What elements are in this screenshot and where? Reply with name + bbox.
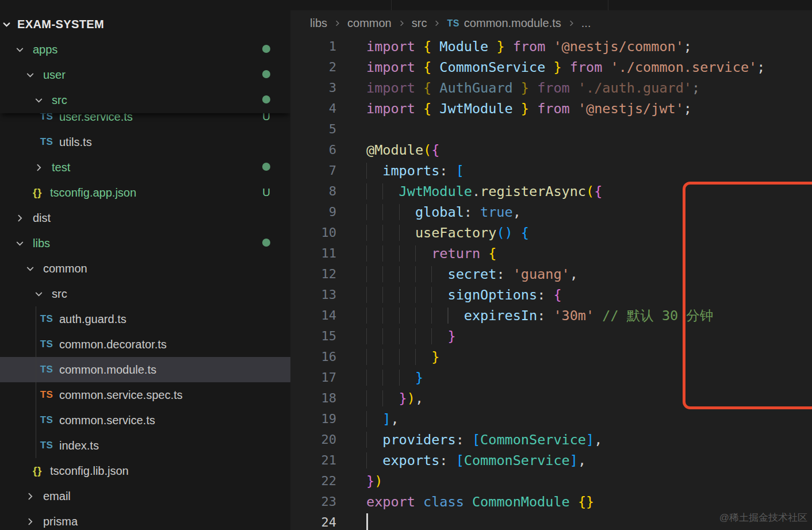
breadcrumb-item-libs[interactable]: libs [310, 17, 327, 30]
code-line-content[interactable]: import { JwtModule } from '@nestjs/jwt'; [366, 98, 692, 119]
code-line-16: 16 } [290, 347, 812, 367]
tree-item-tsconfig.app.json[interactable]: {}tsconfig.app.jsonU [0, 180, 290, 205]
tree-item-tsconfig.lib.json[interactable]: {}tsconfig.lib.json [0, 458, 290, 483]
code-line-content[interactable]: providers: [CommonService], [366, 429, 602, 450]
code-line-content[interactable]: }) [366, 471, 382, 491]
editor-tab-3[interactable] [608, 0, 812, 10]
tree-item-index.ts[interactable]: TSindex.ts [0, 433, 290, 458]
code-line-content[interactable]: secret: 'guang', [366, 264, 578, 285]
breadcrumb-separator-icon [567, 19, 576, 28]
tree-item-exam-system[interactable]: EXAM-SYSTEM [0, 11, 290, 37]
line-number: 13 [290, 285, 339, 305]
tree-sticky-headers: EXAM-SYSTEMappsusersrc [0, 0, 290, 113]
tree-item-common[interactable]: common [0, 256, 290, 281]
tree-item-label: auth.guard.ts [59, 313, 127, 326]
code-line-content[interactable]: global: true, [366, 202, 521, 222]
chevron-down-icon [25, 70, 35, 80]
breadcrumb-separator-icon [432, 19, 441, 28]
tree-item-label: common.decorator.ts [59, 338, 167, 351]
file-explorer-sidebar: TSuser.service.tsUTSutils.tstest{}tsconf… [0, 0, 290, 530]
line-number: 3 [290, 78, 339, 98]
git-modified-dot [259, 237, 273, 249]
tree-item-test[interactable]: test [0, 155, 290, 180]
tree-item-src[interactable]: src [0, 87, 290, 113]
breadcrumb-item-src[interactable]: src [412, 17, 427, 30]
code-line-23: 23export class CommonModule {} [290, 491, 812, 512]
chevron-down-icon [25, 263, 35, 274]
tree-item-user[interactable]: user [0, 62, 290, 87]
line-number: 15 [290, 326, 339, 347]
tree-item-common.decorator.ts[interactable]: TScommon.decorator.ts [0, 332, 290, 357]
code-line-content[interactable]: useFactory() { [366, 222, 529, 243]
code-line-18: 18 }), [290, 388, 812, 409]
tree-item-common.service.ts[interactable]: TScommon.service.ts [0, 408, 290, 433]
line-number: 7 [290, 160, 339, 181]
code-line-5: 5 [290, 119, 812, 140]
code-line-7: 7 imports: [ [290, 160, 812, 181]
chevron-down-icon [14, 44, 25, 55]
typescript-file-icon: TS [39, 313, 54, 325]
breadcrumb-item-common.module.ts[interactable]: common.module.ts [464, 17, 561, 30]
line-number: 22 [290, 471, 339, 491]
code-line-content[interactable]: export class CommonModule {} [366, 491, 594, 512]
tree-item-common.module.ts[interactable]: TScommon.module.ts [0, 357, 290, 382]
code-line-21: 21 exports: [CommonService], [290, 450, 812, 471]
breadcrumb-typescript-icon: TS [447, 18, 459, 29]
tree-item-label: tsconfig.lib.json [50, 464, 129, 478]
editor-pane: libscommonsrcTScommon.module.ts... 1impo… [290, 0, 812, 530]
chevron-right-icon [33, 162, 44, 172]
editor-tab-1[interactable] [290, 0, 392, 10]
breadcrumb-item-...[interactable]: ... [581, 17, 591, 30]
chevron-right-icon [25, 516, 35, 527]
breadcrumb: libscommonsrcTScommon.module.ts... [290, 10, 812, 36]
code-line-content[interactable]: signOptions: { [366, 285, 562, 305]
code-line-content[interactable]: }), [366, 388, 423, 409]
git-modified-dot [259, 161, 273, 174]
code-line-content[interactable]: import { Module } from '@nestjs/common'; [366, 36, 692, 57]
tree-item-prisma[interactable]: prisma [0, 509, 290, 530]
chevron-down-icon [33, 289, 44, 299]
line-number: 23 [290, 491, 339, 512]
line-number: 17 [290, 367, 339, 388]
chevron-right-icon [25, 491, 35, 501]
line-number: 16 [290, 347, 339, 367]
code-line-10: 10 useFactory() { [290, 222, 812, 243]
line-number: 10 [290, 222, 339, 243]
code-line-content[interactable]: ], [366, 409, 399, 429]
code-line-content[interactable]: import { CommonService } from './common.… [366, 57, 765, 78]
tree-item-label: tsconfig.app.json [50, 186, 136, 199]
json-file-icon: {} [30, 186, 45, 199]
tree-item-auth.guard.ts[interactable]: TSauth.guard.ts [0, 306, 290, 332]
tree-item-src[interactable]: src [0, 281, 290, 306]
tree-item-apps[interactable]: apps [0, 37, 290, 62]
code-line-content[interactable]: return { [366, 243, 496, 264]
line-number: 1 [290, 36, 339, 57]
tree-item-utils.ts[interactable]: TSutils.ts [0, 129, 290, 155]
git-modified-dot [259, 68, 273, 81]
code-line-content[interactable]: JwtModule.registerAsync({ [366, 181, 602, 202]
code-line-content[interactable]: import { AuthGuard } from './auth.guard'… [366, 78, 700, 98]
typescript-file-icon: TS [39, 136, 54, 148]
tree-item-libs[interactable]: libs [0, 231, 290, 256]
code-line-content[interactable]: exports: [CommonService], [366, 450, 586, 471]
tree-item-label: EXAM-SYSTEM [17, 18, 104, 31]
code-line-content[interactable]: expiresIn: '30m' // 默认 30 分钟 [366, 305, 713, 326]
code-line-content[interactable]: } [366, 347, 439, 367]
tree-item-email[interactable]: email [0, 483, 290, 509]
code-line-content[interactable]: imports: [ [366, 160, 464, 181]
code-line-11: 11 return { [290, 243, 812, 264]
tree-item-dist[interactable]: dist [0, 205, 290, 231]
editor-tab-2[interactable] [392, 0, 608, 10]
tree-item-label: src [52, 287, 67, 301]
typescript-file-icon: TS [39, 339, 54, 350]
code-line-content[interactable]: } [366, 326, 456, 347]
breadcrumb-item-common[interactable]: common [347, 17, 392, 30]
text-cursor [366, 513, 368, 530]
code-line-content[interactable]: @Module({ [366, 140, 439, 160]
code-line-content[interactable]: } [366, 367, 423, 388]
file-tree: TSuser.service.tsUTSutils.tstest{}tsconf… [0, 104, 290, 530]
git-modified-dot [259, 43, 273, 56]
tree-item-common.service.spec.ts[interactable]: TScommon.service.spec.ts [0, 382, 290, 408]
code-line-19: 19 ], [290, 409, 812, 429]
git-modified-dot [259, 94, 273, 106]
